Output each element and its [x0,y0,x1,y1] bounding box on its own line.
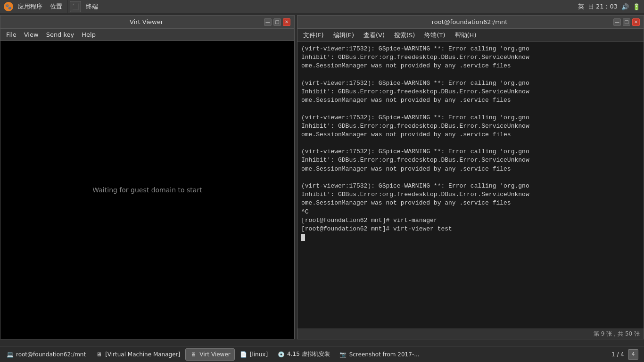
terminal-title: root@foundation62:/mnt [326,18,613,25]
terminal-controls: — □ ✕ [613,18,640,26]
terminal-launcher-icon[interactable]: ⬛ [70,1,81,12]
terminal-window: root@foundation62:/mnt — □ ✕ 文件(F) 编辑(E)… [297,15,644,339]
taskbar-vm-manager-label: [Virtual Machine Manager] [105,351,180,358]
terminal-minimize-btn[interactable]: — [613,18,621,26]
virt-viewer-title: Virt Viewer [29,18,264,25]
taskbar-vm-install-label: 4.15 虚拟机安装 [287,350,330,358]
taskbar-terminal-label: root@foundation62:/mnt [16,351,86,358]
taskbar-screenshot-icon: 📷 [339,351,347,358]
terminal-page-indicator: 第 9 张，共 50 张 [594,330,640,338]
virt-viewer-window: Virt Viewer — □ ✕ File View Send key Hel… [0,15,295,339]
terminal-close-btn[interactable]: ✕ [632,18,640,26]
page-button[interactable]: 4 [628,349,638,360]
taskbar-linux[interactable]: 📄 [linux] [236,348,272,361]
terminal-content-area[interactable]: (virt-viewer:17532): GSpice-WARNING **: … [297,42,644,329]
top-bar-right: 英 日 21：03 🔊 🔋 [578,2,640,11]
volume-icon[interactable]: 🔊 [621,3,629,10]
taskbar-vm-install-icon: 💿 [277,351,285,358]
menu-terminal[interactable]: 终端 [83,1,101,12]
language-indicator[interactable]: 英 [578,2,584,11]
taskbar-terminal-icon: 💻 [6,351,14,358]
terminal-menu-search[interactable]: 搜索(S) [390,30,419,41]
battery-icon[interactable]: 🔋 [633,3,640,10]
page-indicator: 1 / 4 [611,351,624,358]
virt-viewer-titlebar: Virt Viewer — □ ✕ [0,16,294,29]
taskbar-vm-install[interactable]: 💿 4.15 虚拟机安装 [273,348,334,361]
taskbar-terminal[interactable]: 💻 root@foundation62:/mnt [2,348,90,361]
top-bar-left: 🐾 应用程序 位置 ⬛ 终端 [4,0,101,13]
taskbar-virt-viewer-icon: 🖥 [190,351,197,358]
virt-viewer-close-btn[interactable]: ✕ [283,18,290,26]
datetime-display: 日 21：03 [588,2,618,11]
virt-viewer-maximize-btn[interactable]: □ [273,18,281,26]
menu-location[interactable]: 位置 [47,1,65,12]
virt-viewer-controls: — □ ✕ [264,18,290,26]
virt-viewer-menu-help[interactable]: Help [78,30,99,39]
terminal-menu-terminal[interactable]: 终端(T) [421,30,449,41]
terminal-menu-help[interactable]: 帮助(H) [451,30,480,41]
terminal-maximize-btn[interactable]: □ [623,18,630,26]
taskbar-right: 1 / 4 4 [611,349,642,360]
taskbar-vm-manager[interactable]: 🖥 [Virtual Machine Manager] [91,348,184,361]
taskbar-screenshot[interactable]: 📷 Screenshot from 2017-... [335,348,424,361]
terminal-menu-file[interactable]: 文件(F) [299,30,328,41]
taskbar-virt-viewer[interactable]: 🖥 Virt Viewer [185,348,235,361]
taskbar-linux-icon: 📄 [240,351,248,358]
taskbar-linux-label: [linux] [250,351,268,358]
virt-viewer-menubar: File View Send key Help [0,29,294,41]
top-system-bar: 🐾 应用程序 位置 ⬛ 终端 英 日 21：03 🔊 🔋 [0,0,644,13]
app-icon: 🐾 [4,2,13,11]
terminal-status-bar: 第 9 张，共 50 张 [297,329,644,339]
terminal-titlebar: root@foundation62:/mnt — □ ✕ [297,16,644,29]
virt-viewer-menu-view[interactable]: View [20,30,42,39]
terminal-menu-edit[interactable]: 编辑(E) [330,30,358,41]
taskbar: 💻 root@foundation62:/mnt 🖥 [Virtual Mach… [0,346,644,362]
waiting-message: Waiting for guest domain to start [92,186,202,194]
taskbar-virt-viewer-label: Virt Viewer [199,351,231,358]
terminal-menu-view[interactable]: 查看(V) [360,30,388,41]
taskbar-screenshot-label: Screenshot from 2017-... [349,351,420,358]
virt-viewer-menu-file[interactable]: File [2,30,20,39]
terminal-menubar: 文件(F) 编辑(E) 查看(V) 搜索(S) 终端(T) 帮助(H) [297,29,644,42]
taskbar-vm-manager-icon: 🖥 [95,351,103,358]
virt-viewer-display: Waiting for guest domain to start [0,41,294,339]
terminal-output: (virt-viewer:17532): GSpice-WARNING **: … [301,45,640,242]
virt-viewer-menu-sendkey[interactable]: Send key [42,30,78,39]
virt-viewer-minimize-btn[interactable]: — [264,18,272,26]
menu-apps[interactable]: 应用程序 [15,1,45,12]
